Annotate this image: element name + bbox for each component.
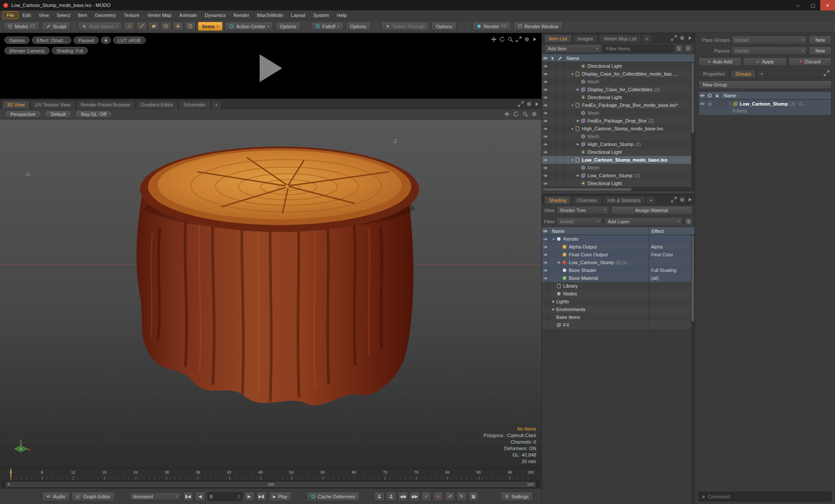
tab-channels[interactable]: Channels — [572, 196, 601, 204]
maximize-button[interactable]: ▢ — [805, 0, 820, 10]
menu-item[interactable]: Item — [74, 12, 90, 19]
expand-icon[interactable] — [518, 101, 524, 107]
pass-groups-new-button[interactable]: New — [809, 36, 832, 44]
add-tab-button[interactable]: + — [757, 70, 766, 78]
visibility-toggle[interactable] — [542, 148, 549, 156]
falloff-button[interactable]: Falloff▾ — [311, 22, 343, 31]
next-keyframe-button[interactable]: ◆▶ — [410, 492, 420, 501]
scrollbar-thumb[interactable] — [543, 188, 631, 191]
key-actor-button[interactable] — [374, 492, 384, 501]
add-tab-button[interactable]: + — [646, 196, 656, 204]
graph-editor-button[interactable]: Graph Editor — [72, 492, 114, 501]
state-toggle[interactable] — [706, 99, 714, 108]
effect-dropdown[interactable]: ▾ — [648, 259, 695, 266]
auto-key-button[interactable]: ✓ — [421, 492, 431, 501]
tab-render-preset-browser[interactable]: Render Preset Browser — [76, 100, 135, 109]
tab-item-list[interactable]: Item List — [544, 34, 572, 43]
item-row[interactable]: Directional Light — [542, 62, 695, 70]
play-button[interactable]: ▶Play — [269, 492, 292, 501]
model-layout-button[interactable]: ModelF2 — [3, 22, 40, 31]
tab-gradient-editor[interactable]: Gradient Editor — [136, 100, 178, 109]
preview-camera-button[interactable]: (Render Camera) — [4, 47, 50, 54]
item-row[interactable]: ▼Display_Case_for_Collectibles_modo_bas … — [542, 70, 695, 78]
shader-sort-button[interactable]: S — [685, 218, 692, 225]
gear-icon[interactable] — [524, 36, 530, 42]
tab-images[interactable]: Images — [573, 34, 598, 43]
expander-icon[interactable]: ▶ — [575, 119, 581, 123]
item-row[interactable]: ▼Low_Cartoon_Stump_modo_base.lxo — [542, 156, 695, 164]
pass-groups-dropdown[interactable]: (none)▾ — [731, 36, 807, 44]
item-row[interactable]: ▶Low_Cartoon_Stump(2) — [542, 172, 695, 179]
key-channel-button[interactable] — [386, 492, 396, 501]
item-row[interactable]: Directional Light — [542, 179, 695, 187]
visibility-toggle[interactable] — [542, 156, 549, 164]
view-mode-dropdown[interactable]: Shader Tree▾ — [556, 206, 609, 215]
pivot-mode-button[interactable] — [185, 22, 196, 31]
visibility-toggle[interactable] — [542, 266, 549, 274]
item-row[interactable]: Directional Light — [542, 93, 695, 101]
discard-button[interactable]: ×Discard — [788, 57, 832, 66]
select-through-button[interactable]: Select Through — [381, 22, 429, 31]
lock-column-header[interactable] — [714, 92, 721, 99]
scrollbar-thumb[interactable] — [691, 235, 694, 322]
loop-back-button[interactable]: ↺ — [445, 492, 455, 501]
add-tab-button[interactable]: + — [642, 34, 651, 43]
expander-icon[interactable]: ▼ — [570, 159, 575, 162]
shader-row[interactable]: Bake Items — [542, 313, 695, 321]
apply-button[interactable]: ✓Apply — [743, 57, 786, 66]
shader-row[interactable]: Final Color OutputFinal Color▾ — [542, 251, 695, 259]
shader-row[interactable]: Base Material(all)▾ — [542, 274, 695, 282]
preview-lut-button[interactable]: LUT: sRGB — [113, 36, 146, 44]
current-frame-input[interactable]: 0▴▾ — [207, 492, 242, 501]
visibility-toggle[interactable] — [542, 70, 549, 78]
filter-button[interactable]: F — [685, 45, 692, 53]
record-button[interactable]: ● — [433, 492, 443, 501]
visibility-toggle[interactable] — [542, 140, 549, 148]
group-checkbox[interactable] — [722, 102, 726, 106]
passes-new-button[interactable]: New — [809, 46, 832, 55]
add-layer-dropdown[interactable]: Add Layer▾ — [604, 217, 683, 226]
action-center-options-button[interactable]: Options — [275, 22, 301, 31]
select-through-options-button[interactable]: Options — [431, 22, 457, 31]
sculpt-button[interactable]: Sculpt — [42, 22, 71, 31]
expand-icon[interactable] — [671, 35, 677, 41]
state-column-header[interactable] — [706, 92, 714, 99]
perspective-dropdown[interactable]: Perspective — [4, 110, 41, 118]
visibility-toggle[interactable] — [542, 86, 549, 93]
gear-icon[interactable] — [679, 35, 685, 41]
rotate-icon[interactable] — [513, 111, 519, 117]
visibility-toggle[interactable] — [542, 172, 549, 179]
cache-deformers-button[interactable]: Cache Deformers — [307, 492, 360, 501]
menu-render[interactable]: Render — [230, 12, 253, 19]
scrollbar-thumb[interactable] — [691, 63, 694, 133]
visibility-toggle[interactable] — [542, 164, 549, 172]
render-button[interactable]: RenderF9 — [472, 22, 511, 31]
effect-dropdown[interactable]: Full Shading▾ — [648, 266, 695, 274]
panel-menu-icon[interactable] — [688, 197, 692, 202]
menu-texture[interactable]: Texture — [120, 12, 143, 19]
visibility-toggle[interactable] — [542, 259, 549, 266]
expander-icon[interactable]: ▶ — [551, 300, 556, 303]
tab-uv-texture-view[interactable]: UV Texture View — [30, 100, 75, 109]
expander-icon[interactable]: ▶ — [575, 88, 581, 91]
loop-forward-button[interactable]: ↻ — [457, 492, 467, 501]
tab-vertex-map-list[interactable]: Vertex Map List — [599, 34, 641, 43]
item-row[interactable]: ▼FedEx_Package_Drop_Box_modo_base.lxo* — [542, 101, 695, 109]
expand-icon[interactable] — [516, 36, 521, 42]
timeline-range-bar[interactable]: 0 100 100 — [2, 481, 539, 488]
item-row[interactable]: Mesh — [542, 164, 695, 172]
step-options-button[interactable]: ▦ — [468, 492, 478, 501]
prev-frame-button[interactable]: ◀ — [195, 492, 205, 501]
visibility-toggle[interactable] — [542, 133, 549, 140]
shader-row[interactable]: ▶Low_Cartoon_Stump(2) (It...▾ — [542, 259, 695, 266]
menu-system[interactable]: System — [310, 12, 333, 19]
edges-mode-button[interactable] — [136, 22, 147, 31]
shader-row[interactable]: Library — [542, 282, 695, 290]
item-row[interactable]: Mesh — [542, 133, 695, 140]
preview-play-icon[interactable] — [260, 54, 282, 82]
menu-layout[interactable]: Layout — [287, 12, 309, 19]
items-mode-button[interactable] — [160, 22, 171, 31]
settings-button[interactable]: Settings — [500, 492, 533, 501]
passes-dropdown[interactable]: (none)▾ — [731, 46, 807, 55]
expander-icon[interactable]: ▼ — [570, 127, 575, 130]
